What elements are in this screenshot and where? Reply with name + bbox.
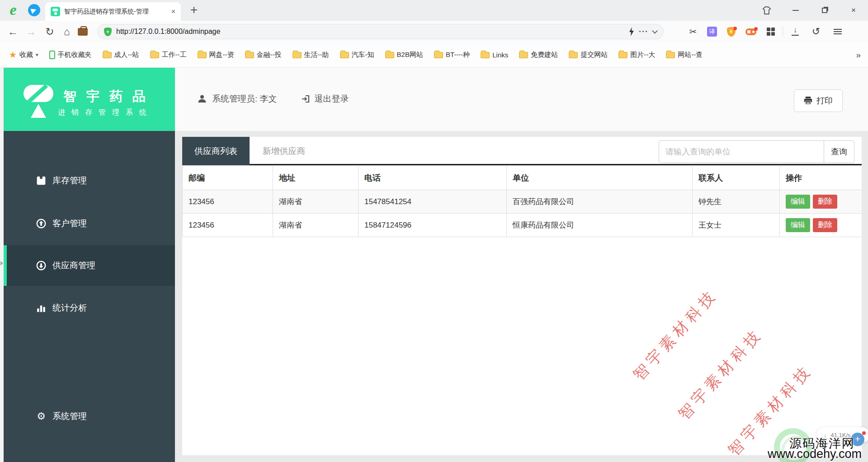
sidebar-item-label: 库存管理 <box>52 175 87 187</box>
bookmark-folder[interactable]: 网站--查 <box>666 51 703 59</box>
bookmark-folder[interactable]: 免费建站 <box>519 51 558 59</box>
sidebar-item-suppliers[interactable]: 供应商管理 <box>4 245 175 286</box>
bookmark-folder[interactable]: 成人--站 <box>103 51 139 59</box>
back-icon[interactable]: ← <box>5 24 20 39</box>
speed-mode-icon[interactable] <box>629 27 634 36</box>
bookmark-folder[interactable]: 工作--工 <box>150 51 187 59</box>
brand-logo: 智宇药品 进销存管理系统 <box>4 68 175 131</box>
triangle-pill-icon <box>31 104 46 118</box>
folder-icon <box>150 52 159 58</box>
apps-grid-icon[interactable] <box>764 26 778 37</box>
circle-arrow-up-icon <box>36 219 46 229</box>
new-tab-button[interactable]: + <box>186 3 202 17</box>
wallet-shield-icon[interactable]: ¥ <box>724 26 738 37</box>
cell-phone: 15847124596 <box>359 214 507 237</box>
delete-button[interactable]: 删除 <box>813 218 837 232</box>
delete-button[interactable]: 删除 <box>813 195 837 209</box>
window-close-button[interactable]: × <box>839 0 868 21</box>
page-header: 系统管理员: 李文 退出登录 打印 <box>175 68 868 131</box>
circle-arrow-down-icon <box>36 261 46 271</box>
browser-360-logo-icon[interactable]: e <box>5 2 21 18</box>
games-icon[interactable] <box>744 26 758 37</box>
search-input[interactable] <box>659 140 824 163</box>
caret-down-icon: ▾ <box>36 52 38 58</box>
admin-user-label: 系统管理员: 李文 <box>212 93 277 105</box>
cell-actions: 编辑删除 <box>780 214 862 237</box>
downloads-icon[interactable] <box>788 26 802 37</box>
folder-icon <box>481 52 490 58</box>
sidebar-item-system[interactable]: ⚙ 系统管理 <box>4 396 175 437</box>
theme-skin-icon[interactable] <box>752 0 781 21</box>
panel-tabbar: 供应商列表 新增供应商 查询 <box>182 137 862 165</box>
edit-button[interactable]: 编辑 <box>786 195 810 209</box>
favorites-button[interactable]: ★ 收藏 ▾ <box>9 50 38 60</box>
sidebar-item-inventory[interactable]: 库存管理 <box>4 160 175 201</box>
reload-icon[interactable]: ↻ <box>42 24 57 39</box>
bookmark-folder[interactable]: 汽车-知 <box>340 51 374 59</box>
table-row: 123456 湖南省 15847124596 恒康药品有限公司 王女士 编辑删除 <box>183 214 862 237</box>
bookmark-folder[interactable]: 生活--助 <box>292 51 329 59</box>
bookmarks-overflow-icon[interactable]: » <box>856 50 861 60</box>
workspace-briefcase-icon[interactable] <box>78 28 88 36</box>
column-header: 地址 <box>273 166 359 190</box>
translate-icon[interactable]: 译 <box>705 26 719 37</box>
site-safety-shield-icon[interactable] <box>104 28 112 36</box>
suppliers-table: 邮编 地址 电话 单位 联系人 操作 123456 湖南省 1547854125… <box>182 165 862 237</box>
brand-title: 智宇药品 <box>63 88 156 106</box>
content-area: 供应商列表 新增供应商 查询 邮编 地址 电话 单位 联系人 操作 <box>175 131 868 462</box>
site-watermark-url: www.codehy.com <box>768 447 862 461</box>
table-row: 123456 湖南省 15478541254 百强药品有限公司 钟先生 编辑删除 <box>183 190 862 214</box>
browser-tab[interactable]: 智宇药品进销存管理系统-管理 × <box>45 2 181 21</box>
edit-button[interactable]: 编辑 <box>786 218 810 232</box>
bookmark-phone-folder[interactable]: 手机收藏夹 <box>49 51 92 59</box>
forward-icon[interactable]: → <box>24 24 38 39</box>
folder-icon <box>666 52 675 58</box>
folder-icon <box>618 52 627 58</box>
bookmark-folder[interactable]: Links <box>481 51 508 59</box>
bookmark-folder[interactable]: BT----种 <box>434 51 470 59</box>
home-icon[interactable]: ⌂ <box>60 24 74 39</box>
search-button[interactable]: 查询 <box>824 140 854 163</box>
gear-icon: ⚙ <box>36 411 46 421</box>
bookmark-folder[interactable]: B2B网站 <box>385 51 423 59</box>
column-header: 联系人 <box>693 166 780 190</box>
bookmark-folder[interactable]: 提交网站 <box>569 51 608 59</box>
bookmark-folder[interactable]: 网盘--资 <box>198 51 234 59</box>
sidebar-item-label: 供应商管理 <box>52 260 95 271</box>
address-bar[interactable]: http://127.0.0.1:8000/adminpage ··· <box>97 24 664 39</box>
column-header: 单位 <box>507 166 693 190</box>
screenshot-scissors-icon[interactable]: ✂ <box>686 26 700 37</box>
sidebar-item-statistics[interactable]: 统计分析 <box>4 288 175 328</box>
browser-tabstrip: e 智宇药品进销存管理系统-管理 × + × <box>0 0 868 21</box>
tab-close-icon[interactable]: × <box>171 8 175 16</box>
print-button[interactable]: 打印 <box>794 89 843 112</box>
suppliers-panel: 供应商列表 新增供应商 查询 邮编 地址 电话 单位 联系人 操作 <box>182 137 862 455</box>
watermark-text: 智宇素材科技 <box>629 285 722 385</box>
address-more-icon[interactable]: ··· <box>639 27 648 37</box>
folder-icon <box>434 52 443 58</box>
brand-subtitle: 进销存管理系统 <box>58 108 153 117</box>
table-header-row: 邮编 地址 电话 单位 联系人 操作 <box>183 166 862 190</box>
window-minimize-button[interactable] <box>781 0 810 21</box>
send-nav-icon[interactable] <box>28 4 40 16</box>
capsule-pill-icon <box>24 85 53 102</box>
undo-restore-icon[interactable]: ↺ <box>809 26 823 37</box>
folder-icon <box>198 52 207 58</box>
bookmark-folder[interactable]: 金融--投 <box>245 51 282 59</box>
menu-hamburger-icon[interactable] <box>831 26 844 37</box>
folder-icon <box>340 52 349 58</box>
cell-contact: 王女士 <box>693 214 780 237</box>
bookmark-folder[interactable]: 图片--大 <box>618 51 655 59</box>
sidebar-item-customers[interactable]: 客户管理 <box>4 203 175 244</box>
star-icon: ★ <box>9 50 17 60</box>
column-header: 电话 <box>359 166 507 190</box>
url-text[interactable]: http://127.0.0.1:8000/adminpage <box>116 28 624 36</box>
window-restore-button[interactable] <box>810 0 839 21</box>
sidebar-collapse-gutter[interactable] <box>0 68 4 462</box>
tab-supplier-list[interactable]: 供应商列表 <box>182 137 250 165</box>
tab-favicon-icon <box>51 7 60 16</box>
sidebar: 智宇药品 进销存管理系统 库存管理 客户管理 供应商管理 统计分析 ⚙ 系统管理 <box>4 68 175 462</box>
tab-add-supplier[interactable]: 新增供应商 <box>250 137 318 165</box>
logout-button[interactable]: 退出登录 <box>302 93 349 105</box>
address-dropdown-icon[interactable] <box>652 28 658 34</box>
